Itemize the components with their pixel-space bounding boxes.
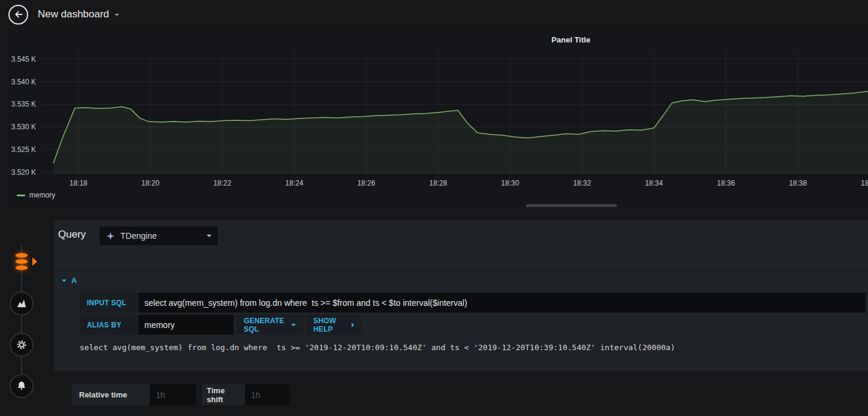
legend-series-label: memory	[29, 191, 55, 199]
legend-series-swatch	[17, 195, 25, 196]
svg-text:18:36: 18:36	[717, 179, 735, 187]
spacer	[196, 384, 202, 405]
bell-icon	[16, 380, 28, 392]
time-series-chart: 3.545 K3.540 K3.535 K3.530 K3.525 K3.520…	[6, 29, 868, 204]
alias-by-row: ALIAS BY GENERATE SQL SHOW HELP	[54, 315, 868, 335]
tdengine-logo-icon	[106, 232, 115, 241]
dashboard-title: New dashboard	[38, 8, 109, 20]
input-sql-field[interactable]	[138, 293, 866, 312]
time-shift-field[interactable]	[245, 384, 290, 405]
time-options-row: Relative time Time shift	[72, 384, 290, 405]
tab-general[interactable]	[10, 333, 34, 357]
svg-text:3.545 K: 3.545 K	[11, 55, 36, 63]
generated-sql-text: select avg(mem_system) from log.dn where…	[80, 343, 675, 352]
generate-sql-button[interactable]: GENERATE SQL	[237, 315, 303, 335]
graph-icon	[16, 297, 28, 309]
relative-time-label: Relative time	[72, 384, 150, 405]
query-row-collapse-toggle[interactable]: A	[54, 271, 868, 289]
tab-visualization[interactable]	[10, 291, 34, 315]
top-bar: New dashboard	[0, 0, 868, 29]
svg-text:18:22: 18:22	[213, 179, 231, 187]
time-shift-label: Time shift	[202, 384, 245, 405]
query-ref-id: A	[71, 276, 77, 285]
svg-text:18:24: 18:24	[285, 179, 303, 187]
datasource-selected-value: TDengine	[120, 231, 157, 241]
collapse-caret-icon	[62, 280, 66, 282]
gear-icon	[15, 338, 28, 351]
svg-text:18:18: 18:18	[69, 179, 87, 187]
query-editor-section: Query TDengine A INPUT SQL ALIAS BY GENE…	[54, 220, 868, 371]
back-button[interactable]	[8, 5, 28, 25]
query-section-title: Query	[58, 229, 86, 241]
svg-text:18:26: 18:26	[357, 179, 375, 187]
active-tab-arrow-icon	[32, 257, 37, 266]
svg-text:18:34: 18:34	[645, 179, 663, 187]
generate-sql-label: GENERATE SQL	[244, 317, 287, 333]
tab-alert[interactable]	[10, 374, 34, 398]
svg-text:3.540 K: 3.540 K	[11, 78, 36, 86]
svg-text:18:20: 18:20	[141, 179, 159, 187]
svg-text:18:28: 18:28	[429, 179, 447, 187]
svg-text:18:38: 18:38	[789, 179, 807, 187]
svg-text:3.520 K: 3.520 K	[11, 168, 36, 177]
svg-text:3.535 K: 3.535 K	[11, 100, 36, 108]
horizontal-scrollbar[interactable]	[526, 204, 617, 207]
svg-text:3.530 K: 3.530 K	[11, 123, 36, 131]
svg-text:3.525 K: 3.525 K	[11, 145, 36, 154]
graph-panel: Panel Title 3.545 K3.540 K3.535 K3.530 K…	[6, 29, 868, 204]
database-icon	[13, 253, 30, 271]
show-help-label: SHOW HELP	[313, 317, 347, 333]
dashboard-title-dropdown[interactable]: New dashboard	[38, 8, 119, 20]
svg-text:18:32: 18:32	[573, 179, 591, 187]
relative-time-field[interactable]	[150, 384, 196, 405]
chevron-down-icon	[207, 235, 211, 237]
svg-text:18:30: 18:30	[501, 179, 519, 187]
show-help-button[interactable]: SHOW HELP	[306, 315, 361, 335]
datasource-picker[interactable]: TDengine	[99, 226, 219, 246]
legend-item-memory[interactable]: memory	[17, 191, 55, 199]
svg-text:18:40: 18:40	[861, 179, 868, 187]
arrow-left-icon	[13, 9, 24, 20]
chevron-down-icon	[291, 324, 296, 326]
chevron-right-icon	[352, 323, 354, 327]
alias-by-label: ALIAS BY	[80, 315, 138, 335]
input-sql-row: INPUT SQL	[54, 293, 868, 312]
input-sql-label: INPUT SQL	[80, 293, 138, 312]
tab-queries[interactable]	[10, 250, 34, 274]
alias-by-field[interactable]	[138, 315, 234, 335]
chevron-down-icon	[114, 14, 119, 16]
